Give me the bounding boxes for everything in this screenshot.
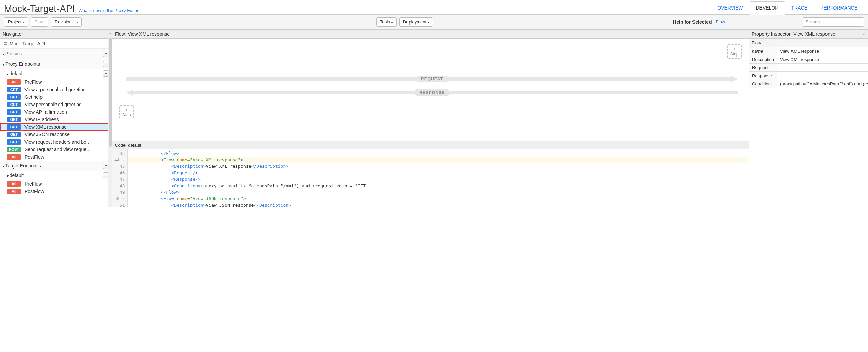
tab-develop[interactable]: DEVELOP: [750, 1, 785, 15]
project-dropdown[interactable]: Project: [4, 17, 28, 27]
inspector-expand-icon[interactable]: ››: [863, 32, 865, 36]
nav-item-label: Get help: [24, 94, 43, 100]
nav-item-label: View a personalized greeting: [24, 87, 86, 92]
plus-icon: +: [733, 46, 736, 52]
navigator-title: Navigator: [3, 31, 23, 37]
section-target-endpoints[interactable]: Target Endpoints +: [0, 161, 112, 171]
navigator-root[interactable]: Mock-Target-API: [0, 39, 112, 49]
tab-performance[interactable]: PERFORMANCE: [814, 1, 864, 14]
target-item[interactable]: AllPreFlow: [0, 180, 112, 188]
property-key: Condition: [749, 80, 777, 88]
flow-canvas: + Step REQUEST RESPONSE + Step: [112, 39, 749, 141]
property-value[interactable]: (proxy.pathsuffix MatchesPath "/xml") an…: [777, 80, 868, 88]
code-editor[interactable]: 4344 ▾454647484950 ▾5152 </Flow> <Flow n…: [112, 149, 749, 207]
nav-item-label: PostFlow: [24, 154, 44, 160]
method-badge: GET: [7, 124, 21, 130]
proxy-item[interactable]: GETView personalized greeting: [0, 101, 112, 108]
method-badge: GET: [7, 87, 21, 92]
property-table: nameView XML responseDescriptionView XML…: [749, 47, 868, 88]
nav-item-label: PreFlow: [24, 79, 42, 85]
target-default-group[interactable]: default +: [0, 171, 112, 180]
property-key: Response: [749, 72, 777, 80]
method-badge: All: [7, 154, 21, 160]
section-policies[interactable]: Policies +: [0, 49, 112, 59]
proxy-default-group[interactable]: default +: [0, 69, 112, 78]
method-badge: POST: [7, 147, 21, 152]
property-key: Request: [749, 64, 777, 72]
nav-item-label: View IP address: [24, 117, 59, 122]
search-input[interactable]: [803, 17, 864, 27]
proxy-item[interactable]: AllPreFlow: [0, 78, 112, 86]
code-collapse-icon[interactable]: ⌄: [743, 143, 746, 147]
toolbar: Project Save Revision 1 Tools Deployment…: [0, 15, 868, 30]
code-header-label: Code: [115, 143, 126, 148]
help-for-selected-label: Help for Selected: [673, 19, 712, 25]
tabs: OVERVIEW DEVELOP TRACE PERFORMANCE: [711, 1, 864, 14]
nav-item-label: Send request and view reque…: [24, 147, 91, 152]
method-badge: All: [7, 181, 21, 187]
property-value[interactable]: View XML response: [777, 55, 868, 64]
request-lane: REQUEST: [126, 76, 738, 82]
navigator-panel: Navigator ‹‹ Mock-Target-API Policies + …: [0, 30, 112, 207]
help-flow-link[interactable]: Flow: [716, 19, 725, 25]
flow-collapse-icon[interactable]: ⌃: [743, 32, 746, 36]
code-header-context: default: [128, 143, 141, 148]
method-badge: GET: [7, 102, 21, 107]
proxy-item[interactable]: POSTSend request and view reque…: [0, 146, 112, 153]
nav-item-label: View request headers and bo…: [24, 139, 91, 145]
deployment-dropdown[interactable]: Deployment: [399, 17, 433, 27]
property-row: Condition(proxy.pathsuffix MatchesPath "…: [749, 80, 868, 88]
method-badge: GET: [7, 94, 21, 100]
navigator-collapse-icon[interactable]: ‹‹: [108, 30, 112, 37]
nav-item-label: View API affirmation: [24, 109, 67, 115]
response-lane: RESPONSE: [126, 89, 738, 96]
method-badge: GET: [7, 139, 21, 145]
method-badge: GET: [7, 132, 21, 137]
proxy-item[interactable]: GETView IP address: [0, 116, 112, 123]
proxy-item[interactable]: GETView JSON response: [0, 131, 112, 138]
property-value[interactable]: [777, 64, 868, 72]
method-badge: GET: [7, 117, 21, 122]
tab-trace[interactable]: TRACE: [785, 1, 814, 14]
navigator-scrollbar[interactable]: [108, 38, 112, 207]
method-badge: All: [7, 79, 21, 85]
property-value[interactable]: View XML response: [777, 47, 868, 55]
proxy-item[interactable]: GETView a personalized greeting: [0, 86, 112, 93]
navigator-tree: Mock-Target-API Policies + Proxy Endpoin…: [0, 39, 112, 207]
target-item[interactable]: AllPostFlow: [0, 188, 112, 195]
plus-icon: +: [125, 107, 128, 113]
tools-dropdown[interactable]: Tools: [376, 17, 397, 27]
section-proxy-endpoints[interactable]: Proxy Endpoints +: [0, 59, 112, 69]
property-key: Description: [749, 55, 777, 64]
tab-overview[interactable]: OVERVIEW: [711, 1, 749, 14]
main: Navigator ‹‹ Mock-Target-API Policies + …: [0, 30, 868, 207]
inspector-subtitle: View XML response: [793, 31, 835, 37]
method-badge: All: [7, 189, 21, 194]
proxy-item[interactable]: GETView XML response: [0, 123, 112, 131]
inspector-title: Property Inspector: [752, 31, 790, 37]
inspector-panel: Property Inspector View XML response ›› …: [749, 30, 868, 207]
proxy-item[interactable]: GETGet help: [0, 93, 112, 101]
property-value[interactable]: [777, 72, 868, 80]
method-badge: GET: [7, 109, 21, 115]
proxy-item[interactable]: GETView API affirmation: [0, 108, 112, 116]
proxy-item[interactable]: AllPostFlow: [0, 153, 112, 161]
center-panel: Flow: View XML response ⌃ + Step REQUEST…: [112, 30, 749, 207]
whats-new-link[interactable]: What's new in the Proxy Editor: [79, 8, 139, 13]
property-row: Request: [749, 64, 868, 72]
nav-item-label: View JSON response: [24, 132, 70, 137]
add-step-request[interactable]: + Step: [727, 44, 742, 59]
property-row: DescriptionView XML response: [749, 55, 868, 64]
nav-item-label: PostFlow: [24, 189, 44, 194]
page-title: Mock-Target-API: [4, 3, 75, 14]
revision-dropdown[interactable]: Revision 1: [51, 17, 82, 27]
proxy-item[interactable]: GETView request headers and bo…: [0, 138, 112, 146]
nav-item-label: PreFlow: [24, 181, 42, 187]
save-button[interactable]: Save: [31, 17, 48, 27]
arrow-left-icon: [126, 89, 133, 96]
flow-header-title: Flow: View XML response: [115, 31, 170, 37]
inspector-section-header: Flow: [749, 39, 868, 47]
arrow-right-icon: [731, 76, 738, 82]
add-step-response[interactable]: + Step: [119, 105, 134, 119]
header: Mock-Target-API What's new in the Proxy …: [0, 0, 868, 15]
